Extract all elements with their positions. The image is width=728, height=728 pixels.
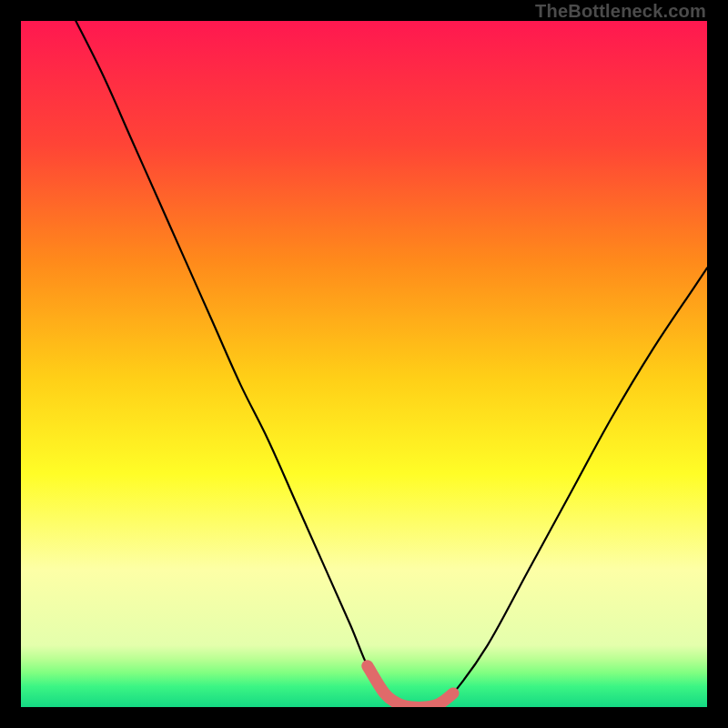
chart-frame: TheBottleneck.com (0, 0, 728, 728)
bottleneck-curve (76, 21, 707, 707)
optimal-range-highlight (368, 666, 453, 707)
curve-layer (21, 21, 707, 707)
plot-area (21, 21, 707, 707)
watermark-text: TheBottleneck.com (535, 1, 706, 22)
